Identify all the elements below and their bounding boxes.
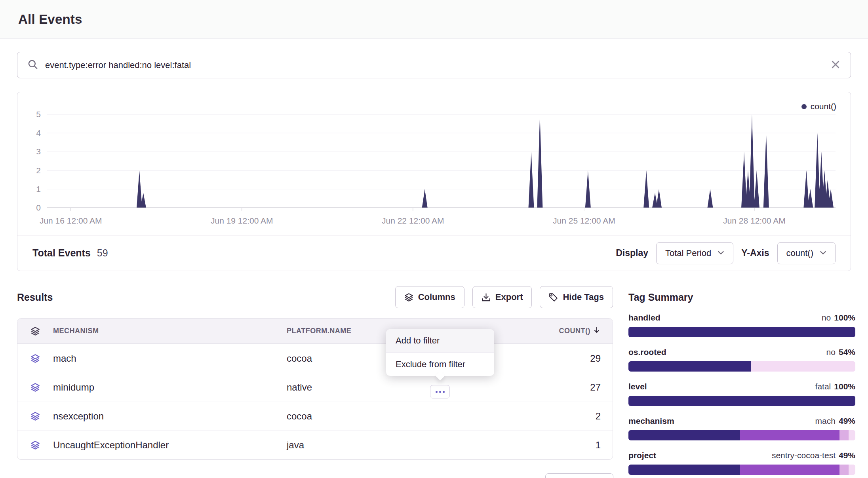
svg-text:3: 3: [36, 147, 41, 156]
svg-text:4: 4: [36, 128, 41, 137]
cell-context-menu: Add to filter Exclude from filter: [386, 329, 494, 376]
tag-percent: 49%: [839, 416, 855, 425]
hide-tags-button[interactable]: Hide Tags: [540, 286, 613, 308]
tag-entry: os.rooted no54%: [628, 346, 855, 372]
svg-text:Jun 28 12:00 AM: Jun 28 12:00 AM: [723, 216, 786, 225]
tag-bar: [628, 430, 855, 440]
tag-entry: handled no100%: [628, 312, 855, 337]
display-select-value: Total Period: [665, 248, 711, 258]
legend-dot-icon: [801, 104, 807, 109]
tag-name: project: [628, 450, 656, 461]
pagination-button[interactable]: [545, 473, 613, 478]
legend-label: count(): [811, 102, 836, 111]
tag-bar: [628, 396, 855, 406]
table-row[interactable]: mach cocoa 29: [17, 344, 613, 373]
tag-name: mechanism: [628, 415, 674, 427]
total-events: Total Events 59: [32, 247, 108, 259]
layers-icon: [17, 412, 53, 421]
column-header-mechanism[interactable]: MECHANISM: [53, 327, 287, 335]
cell-platform: cocoa: [287, 411, 522, 422]
cell-mechanism: UncaughtExceptionHandler: [53, 440, 287, 451]
export-button-label: Export: [495, 292, 523, 302]
cell-actions-button[interactable]: [430, 385, 450, 398]
hide-tags-button-label: Hide Tags: [563, 292, 604, 302]
svg-text:Jun 22 12:00 AM: Jun 22 12:00 AM: [382, 216, 444, 225]
tag-bar: [628, 327, 855, 337]
tag-icon: [549, 293, 558, 302]
tag-top-value: mach: [815, 416, 836, 425]
svg-text:2: 2: [36, 166, 41, 175]
tag-name: handled: [628, 312, 661, 324]
cell-mechanism: minidump: [53, 382, 287, 393]
total-events-label: Total Events: [32, 247, 91, 259]
tag-top-value: sentry-cocoa-test: [772, 451, 836, 460]
tag-bar: [628, 361, 855, 372]
tag-entry: level fatal100%: [628, 381, 855, 406]
ellipsis-icon: [436, 391, 438, 393]
tag-name: os.rooted: [628, 346, 666, 358]
cell-platform: native: [287, 382, 522, 393]
tag-percent: 54%: [839, 347, 855, 357]
page-header: All Events: [0, 0, 868, 39]
cell-count: 29: [522, 353, 613, 364]
svg-text:Jun 16 12:00 AM: Jun 16 12:00 AM: [40, 216, 102, 225]
page-title: All Events: [18, 12, 82, 27]
cell-count: 2: [522, 411, 613, 422]
events-chart-svg: 012345Jun 16 12:00 AMJun 19 12:00 AMJun …: [17, 92, 851, 235]
columns-button-label: Columns: [418, 292, 455, 302]
chart-footer: Total Events 59 Display Total Period Y-A…: [17, 235, 851, 271]
layers-icon: [17, 354, 53, 363]
chart-legend[interactable]: count(): [801, 102, 836, 111]
clear-search-icon[interactable]: [831, 60, 840, 71]
tag-summary-heading: Tag Summary: [628, 291, 855, 303]
columns-button[interactable]: Columns: [395, 286, 464, 308]
cell-platform: java: [287, 440, 522, 451]
layers-icon: [404, 293, 413, 302]
tag-top-value: fatal: [815, 382, 831, 391]
search-bar: [17, 52, 851, 78]
tag-summary: Tag Summary handled no100% os.rooted no5…: [628, 291, 855, 478]
svg-text:0: 0: [36, 203, 41, 212]
cell-mechanism: mach: [53, 353, 287, 364]
download-icon: [482, 293, 491, 302]
table-row[interactable]: minidump native 27: [17, 373, 613, 402]
events-chart: 012345Jun 16 12:00 AMJun 19 12:00 AMJun …: [17, 92, 851, 235]
layers-icon: [17, 326, 53, 336]
table-row[interactable]: nsexception cocoa 2: [17, 402, 613, 431]
svg-text:5: 5: [36, 110, 41, 119]
cell-mechanism: nsexception: [53, 411, 287, 422]
cell-count: 1: [522, 440, 613, 451]
search-input[interactable]: [45, 60, 824, 70]
display-label: Display: [616, 248, 648, 258]
search-icon: [28, 59, 38, 71]
results-table: MECHANISM PLATFORM.NAME COUNT() mach coc…: [17, 318, 613, 460]
total-events-value: 59: [97, 247, 108, 259]
svg-text:1: 1: [36, 184, 41, 193]
column-header-count[interactable]: COUNT(): [522, 326, 613, 336]
layers-icon: [17, 383, 53, 392]
menu-item-add-to-filter[interactable]: Add to filter: [386, 329, 494, 353]
results-heading: Results: [17, 292, 53, 303]
tag-entry: mechanism mach49%: [628, 415, 855, 440]
table-row[interactable]: UncaughtExceptionHandler java 1: [17, 431, 613, 459]
y-axis-label: Y-Axis: [741, 248, 769, 258]
tag-top-value: no: [826, 347, 836, 357]
tag-name: level: [628, 381, 647, 393]
table-header-row: MECHANISM PLATFORM.NAME COUNT(): [17, 319, 613, 344]
sort-desc-icon: [593, 326, 601, 336]
chevron-down-icon: [820, 248, 826, 258]
y-axis-select[interactable]: count(): [777, 242, 836, 264]
export-button[interactable]: Export: [472, 286, 532, 308]
svg-text:Jun 19 12:00 AM: Jun 19 12:00 AM: [211, 216, 273, 225]
svg-text:Jun 25 12:00 AM: Jun 25 12:00 AM: [553, 216, 615, 225]
tag-top-value: no: [822, 313, 831, 322]
events-chart-panel: 012345Jun 16 12:00 AMJun 19 12:00 AMJun …: [17, 92, 851, 271]
tag-percent: 100%: [834, 313, 855, 322]
tag-percent: 100%: [834, 382, 855, 391]
tag-percent: 49%: [839, 451, 855, 460]
cell-count: 27: [522, 382, 613, 393]
chevron-down-icon: [718, 248, 724, 258]
display-select[interactable]: Total Period: [656, 242, 733, 264]
tag-entry: project sentry-cocoa-test49%: [628, 450, 855, 475]
y-axis-select-value: count(): [786, 248, 813, 258]
